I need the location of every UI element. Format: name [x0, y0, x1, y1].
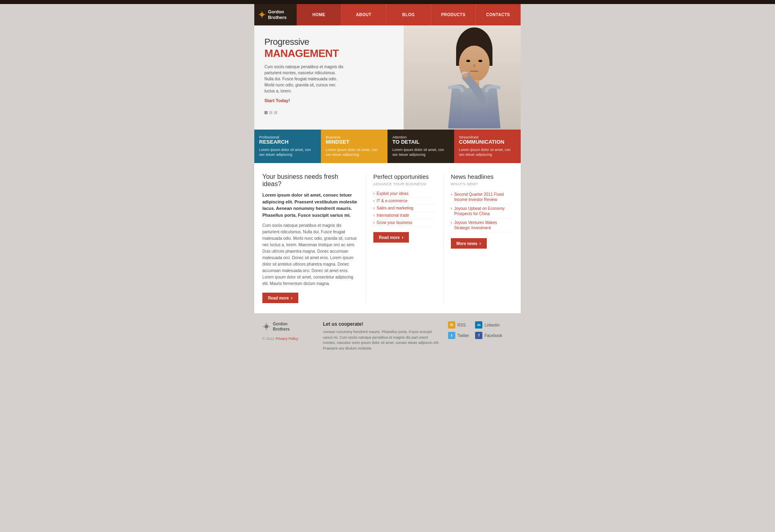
news-item-2[interactable]: Joyous Upbeat on Economy Prospects for C… [451, 204, 513, 218]
feature-boxes: Professional RESEARCH Lorem ipsum dolor … [254, 130, 521, 163]
footer-cooperate-title: Let us cooperate! [323, 321, 440, 327]
footer-logo-text: Gordon Brothers [273, 321, 290, 332]
nav-blog[interactable]: BLOG [386, 4, 431, 25]
social-twitter[interactable]: t Twitter [448, 332, 469, 339]
feature-label-4: Streamlined [459, 135, 516, 139]
page-wrapper: Gordon Brothers HOME ABOUT BLOG PRODUCTS… [254, 4, 521, 359]
linkedin-label: Linkedin [484, 323, 499, 327]
svg-point-1 [261, 14, 263, 16]
feature-desc-3: Lorem ipsum dolor sit amet, con sec tetu… [392, 147, 449, 157]
nav-home[interactable]: HOME [297, 4, 341, 25]
hero-image [404, 25, 521, 130]
more-news-button[interactable]: More news [451, 238, 487, 249]
opportunity-link-3[interactable]: Sales and marketing [373, 205, 435, 212]
footer-copyright: © 2012 Privacy Policy [262, 335, 315, 341]
main-nav: HOME ABOUT BLOG PRODUCTS CONTACTS [297, 4, 521, 25]
opportunities-list: Exploit your ideas IT & e-commerce Sales… [373, 190, 435, 226]
footer-social-left: R RSS t Twitter [448, 321, 469, 351]
feature-label-2: Business [326, 135, 383, 139]
hero-dot-1[interactable] [264, 111, 268, 114]
svg-point-12 [473, 64, 475, 67]
feature-desc-2: Lorem ipsum dolor sit amet, con sec tetu… [326, 147, 383, 157]
top-bar [0, 0, 775, 4]
svg-rect-24 [269, 326, 270, 327]
hero-description: Cum sociis natoque penatibus et magnis d… [264, 64, 345, 94]
fresh-ideas-body: Cum sociis natoque penatibus et magnis d… [262, 222, 358, 287]
social-facebook[interactable]: f Facebook [475, 332, 502, 339]
feature-box-mindset[interactable]: Business MINDSET Lorem ipsum dolor sit a… [321, 130, 388, 163]
feature-title-4: COMMUNICATION [459, 139, 516, 145]
news-list: Second Quarter 2011 Fixed Income Investo… [451, 190, 513, 232]
facebook-icon: f [475, 332, 482, 339]
svg-rect-21 [266, 323, 267, 324]
read-more-button-2[interactable]: Read more [373, 232, 409, 243]
opportunities-column: Perfect opportunities ADVANCE YOUR BUSIN… [366, 173, 435, 303]
svg-rect-23 [263, 326, 264, 327]
footer-cooperate: Let us cooperate! Aenean nonummy hendrer… [323, 321, 440, 351]
opportunity-link-2[interactable]: IT & e-commerce [373, 197, 435, 205]
hero-section: Progressive MANAGEMENT Cum sociis natoqu… [254, 25, 521, 130]
svg-point-20 [265, 325, 268, 328]
twitter-icon: t [448, 332, 455, 339]
logo-text: Gordon Brothers [268, 9, 287, 21]
svg-rect-5 [264, 14, 265, 15]
fresh-ideas-lead: Lorem ipsum dolor sit amet, consec tetue… [262, 192, 358, 218]
main-content: Your business needs fresh ideas? Lorem i… [254, 163, 521, 313]
svg-rect-13 [470, 71, 478, 72]
site-footer: Gordon Brothers © 2012 Privacy Policy Le… [254, 313, 521, 359]
feature-label-3: Attention [392, 135, 449, 139]
hero-dot-3[interactable] [274, 111, 277, 114]
hero-title-line2: MANAGEMENT [264, 47, 394, 60]
social-linkedin[interactable]: in Linkedin [475, 321, 502, 329]
fresh-ideas-title: Your business needs fresh ideas? [262, 173, 358, 188]
news-subtitle: WHAT'S NEW? [451, 182, 513, 186]
feature-box-research[interactable]: Professional RESEARCH Lorem ipsum dolor … [254, 130, 321, 163]
hero-illustration [404, 25, 521, 128]
footer-logo-area: Gordon Brothers © 2012 Privacy Policy [262, 321, 315, 351]
footer-logo: Gordon Brothers [262, 321, 315, 332]
read-more-button-1[interactable]: Read more [262, 293, 298, 303]
facebook-label: Facebook [484, 333, 502, 338]
feature-title-2: MINDSET [326, 139, 383, 145]
nav-about[interactable]: ABOUT [341, 4, 386, 25]
svg-point-18 [462, 73, 468, 78]
opportunities-title: Perfect opportunities [373, 173, 435, 180]
svg-rect-3 [262, 17, 262, 18]
news-item-1[interactable]: Second Quarter 2011 Fixed Income Investo… [451, 190, 513, 204]
news-item-3[interactable]: Joyous Ventures Makes Strategic Investme… [451, 218, 513, 232]
twitter-label: Twitter [457, 333, 469, 338]
svg-rect-4 [259, 14, 260, 15]
hero-cta-button[interactable]: Start Today! [264, 98, 394, 103]
opportunity-link-1[interactable]: Exploit your ideas [373, 190, 435, 197]
opportunity-link-4[interactable]: International trade [373, 212, 435, 219]
svg-rect-22 [266, 329, 267, 330]
hero-dot-2[interactable] [269, 111, 272, 114]
hero-content: Progressive MANAGEMENT Cum sociis natoqu… [254, 25, 404, 130]
footer-social: R RSS t Twitter in Linkedin f Facebook [448, 321, 513, 351]
rss-label: RSS [457, 323, 466, 327]
feature-box-detail[interactable]: Attention TO DETAIL Lorem ipsum dolor si… [388, 130, 454, 163]
logo-area[interactable]: Gordon Brothers [254, 4, 297, 25]
footer-cooperate-text: Aenean nonummy hendrerit mauris. Phasell… [323, 329, 440, 351]
news-title: News headlines [451, 173, 513, 180]
feature-label-1: Professional [259, 135, 316, 139]
nav-products[interactable]: PRODUCTS [431, 4, 476, 25]
feature-title-1: RESEARCH [259, 139, 316, 145]
privacy-link[interactable]: Privacy Policy [276, 337, 298, 341]
svg-point-11 [478, 60, 482, 62]
hero-dots [264, 111, 394, 114]
linkedin-icon: in [475, 321, 482, 329]
opportunity-link-5[interactable]: Grow your business [373, 219, 435, 226]
fresh-ideas-column: Your business needs fresh ideas? Lorem i… [262, 173, 358, 303]
nav-contacts[interactable]: CONTACTS [476, 4, 521, 25]
feature-desc-4: Lorem ipsum dolor sit amet, con sec tetu… [459, 147, 516, 157]
footer-social-right: in Linkedin f Facebook [475, 321, 502, 351]
social-rss[interactable]: R RSS [448, 321, 469, 329]
rss-icon: R [448, 321, 455, 329]
opportunities-subtitle: ADVANCE YOUR BUSINESS! [373, 182, 435, 186]
logo-icon [258, 11, 266, 18]
footer-logo-icon [262, 323, 270, 331]
svg-point-10 [466, 60, 470, 62]
feature-box-communication[interactable]: Streamlined COMMUNICATION Lorem ipsum do… [454, 130, 521, 163]
svg-rect-2 [262, 11, 262, 13]
